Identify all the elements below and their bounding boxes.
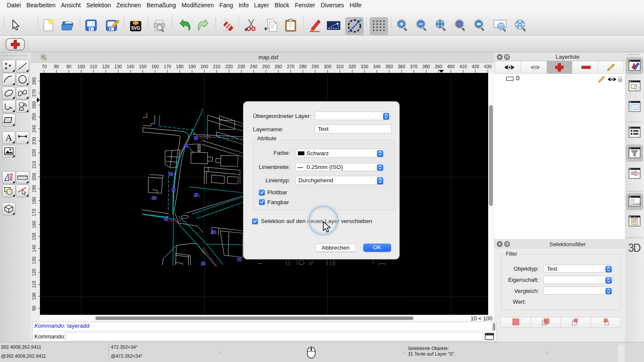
svg-text:3: 3	[216, 231, 218, 235]
svg-text:c command: c command	[631, 203, 641, 205]
svg-text:410: 410	[459, 64, 467, 69]
svg-text:430: 430	[484, 64, 492, 69]
svg-text:180: 180	[31, 197, 36, 205]
svg-text:210: 210	[31, 161, 36, 169]
svg-text:230: 230	[31, 137, 36, 145]
svg-text:390: 390	[435, 64, 443, 69]
svg-text:240: 240	[31, 125, 36, 133]
svg-text:160: 160	[151, 64, 159, 69]
svg-text:320: 320	[349, 64, 356, 69]
svg-text:280: 280	[31, 77, 36, 85]
svg-text:120: 120	[31, 268, 36, 276]
svg-text:130: 130	[114, 64, 122, 69]
svg-text:400: 400	[447, 64, 455, 69]
svg-text:9: 9	[198, 194, 200, 198]
svg-text:A: A	[6, 133, 12, 143]
svg-text:200: 200	[31, 173, 36, 181]
svg-text:220: 220	[225, 64, 233, 69]
svg-text:200: 200	[200, 64, 208, 69]
svg-text:32563284: 32563284	[195, 135, 212, 139]
svg-text:220: 220	[31, 149, 36, 157]
svg-text:90: 90	[31, 306, 36, 311]
svg-text:130: 130	[31, 256, 36, 264]
svg-text:80: 80	[54, 64, 59, 69]
svg-text:100: 100	[31, 293, 36, 300]
svg-text:260: 260	[31, 101, 36, 109]
svg-text:170: 170	[31, 209, 36, 217]
svg-text:6: 6	[156, 196, 158, 200]
svg-text:150: 150	[139, 64, 147, 69]
svg-text:32563236: 32563236	[166, 218, 182, 223]
svg-text:210: 210	[213, 64, 221, 69]
svg-text:300: 300	[324, 64, 331, 69]
svg-text:270: 270	[287, 64, 295, 69]
svg-text:90: 90	[66, 64, 71, 69]
svg-text:SVG: SVG	[131, 26, 140, 30]
svg-text:250: 250	[31, 113, 36, 121]
svg-text:420: 420	[472, 64, 480, 69]
svg-text:350: 350	[386, 64, 393, 69]
svg-text:150: 150	[31, 232, 36, 240]
svg-text:330: 330	[361, 64, 368, 69]
svg-text:180: 180	[176, 64, 184, 69]
svg-text:110: 110	[31, 281, 36, 288]
svg-text:140: 140	[31, 244, 36, 252]
svg-text:120: 120	[102, 64, 110, 69]
svg-text:360: 360	[398, 64, 405, 69]
svg-text:270: 270	[31, 89, 36, 97]
svg-text:160: 160	[31, 221, 36, 229]
svg-text:290: 290	[312, 64, 319, 69]
svg-text:0: 0	[173, 172, 175, 177]
svg-text:70: 70	[42, 64, 47, 69]
svg-text:100: 100	[77, 64, 85, 69]
svg-text:280: 280	[299, 64, 307, 69]
svg-text:170: 170	[164, 64, 171, 69]
svg-text:260: 260	[274, 64, 282, 69]
svg-text:310: 310	[336, 64, 344, 69]
svg-text:110: 110	[90, 64, 97, 69]
svg-text:370: 370	[410, 64, 418, 69]
svg-text:230: 230	[237, 64, 245, 69]
svg-text:380: 380	[422, 64, 430, 69]
svg-text:340: 340	[373, 64, 381, 69]
svg-text:140: 140	[127, 64, 134, 69]
svg-text:240: 240	[250, 64, 258, 69]
svg-text:250: 250	[262, 64, 270, 69]
svg-text:190: 190	[188, 64, 196, 69]
svg-text:190: 190	[31, 185, 36, 193]
